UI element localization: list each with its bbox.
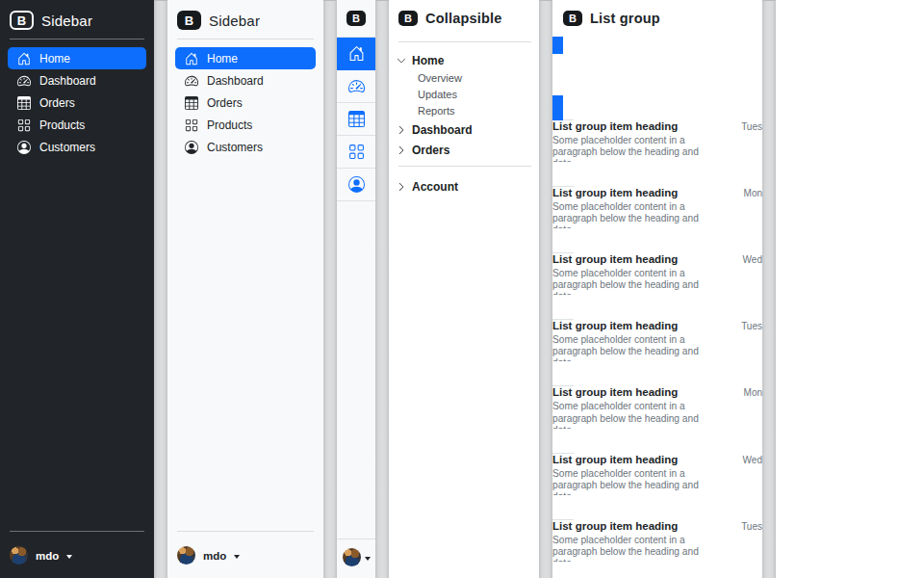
sidebar-light-fill — [175, 158, 316, 531]
user-dropdown-dark[interactable]: mdo — [8, 539, 146, 570]
sidebar-item-dashboard[interactable]: Dashboard — [8, 69, 146, 92]
avatar — [177, 546, 195, 565]
example-divider — [154, 0, 167, 578]
list-item-text: Some placeholder content in a paragraph … — [552, 201, 718, 236]
sidebar-item-home[interactable]: Home — [8, 47, 146, 69]
list-item-header-row: List group item headingMon — [552, 386, 762, 398]
sidebar-dark-brand[interactable]: B Sidebar — [8, 8, 146, 39]
collapsible-section-orders[interactable]: Orders — [397, 140, 533, 160]
collapsible-section-home[interactable]: Home — [397, 50, 533, 70]
table-icon — [185, 96, 198, 110]
grid-icon — [17, 118, 31, 132]
list-item-date: Wed — [743, 254, 762, 265]
list-group-item[interactable]: List group item headingMonSome placehold… — [552, 162, 762, 253]
table-icon — [17, 96, 31, 110]
collapsible-section-dashboard[interactable]: Dashboard — [397, 119, 533, 140]
sidebar-icons: B — [337, 0, 375, 578]
sidebar-item-orders[interactable]: Orders — [8, 92, 146, 114]
example-divider — [375, 0, 389, 578]
list-group-item[interactable]: List group item headingTuesSome placehol… — [552, 95, 762, 187]
collapsible-title: Collapsible — [425, 11, 502, 26]
sidebar-collapsible-brand[interactable]: B Collapsible — [397, 8, 533, 35]
table-icon — [348, 111, 365, 127]
sidebar-item-customers[interactable]: Customers — [8, 136, 146, 158]
speedometer-icon — [185, 74, 198, 88]
list-group-brand[interactable]: B List group — [552, 0, 762, 37]
collapsible-section-label: Orders — [412, 144, 449, 157]
collapsible-section-label: Account — [412, 180, 458, 194]
sidebar-item-label: Products — [39, 118, 85, 132]
icon-sidebar-item-table[interactable] — [337, 103, 375, 136]
chevron-right-icon — [397, 125, 406, 135]
empty-area — [776, 0, 924, 578]
list-item-date: Tues — [741, 121, 762, 132]
icon-sidebar-item-house-door[interactable] — [337, 38, 375, 70]
person-circle-icon — [348, 176, 365, 193]
divider-line — [10, 531, 144, 532]
speedometer-icon — [348, 78, 365, 94]
sidebar-icons-nav — [337, 37, 375, 201]
list-item-text: Some placeholder content in a paragraph … — [552, 135, 718, 170]
avatar — [343, 548, 361, 566]
list-item-heading: List group item heading — [552, 320, 678, 331]
list-group-item[interactable]: List group item headingWedSome placehold… — [552, 37, 762, 120]
bootstrap-logo-icon: B — [563, 11, 582, 26]
icon-sidebar-item-grid[interactable] — [337, 136, 375, 169]
caret-down-icon — [365, 557, 371, 561]
caret-down-icon — [66, 555, 72, 559]
speedometer-icon — [17, 74, 31, 88]
list-group-item[interactable]: List group item headingMonSome placehold… — [552, 361, 762, 453]
collapsible-subitem-updates[interactable]: Updates — [418, 87, 533, 103]
chevron-right-icon — [397, 182, 406, 192]
list-item-heading: List group item heading — [552, 454, 678, 465]
list-item-text: Some placeholder content in a paragraph … — [552, 401, 718, 435]
sidebar-item-products[interactable]: Products — [8, 114, 146, 136]
list-item-heading: List group item heading — [552, 120, 678, 132]
collapsible-section-account[interactable]: Account — [397, 176, 533, 197]
list-group-item[interactable]: List group item headingTuesSome placehol… — [552, 295, 762, 386]
list-item-header-row: List group item headingTues — [552, 320, 762, 331]
sidebar-item-dashboard[interactable]: Dashboard — [175, 69, 316, 92]
user-dropdown-icons[interactable] — [337, 539, 375, 578]
sidebar-light-brand[interactable]: B Sidebar — [175, 8, 316, 39]
sidebar-item-label: Dashboard — [207, 74, 264, 88]
collapsible-tree: HomeOverviewUpdatesReportsDashboardOrder… — [397, 50, 533, 160]
grid-icon — [348, 144, 365, 160]
list-item-text: Some placeholder content in a paragraph … — [552, 68, 718, 103]
list-item-header-row: List group item headingTues — [552, 520, 762, 532]
list-item-heading: List group item heading — [552, 253, 678, 265]
list-group-panel: B List group List group item headingWedS… — [552, 0, 762, 578]
list-item-heading: List group item heading — [552, 520, 678, 532]
list-group-item[interactable]: List group item headingTuesSome placehol… — [552, 495, 762, 578]
list-item-text: Some placeholder content in a paragraph … — [552, 334, 718, 369]
sidebar-icons-brand[interactable]: B — [337, 0, 375, 37]
sidebar-dark: B Sidebar HomeDashboardOrdersProductsCus… — [0, 0, 154, 578]
sidebar-item-customers[interactable]: Customers — [175, 136, 316, 158]
list-item-text: Some placeholder content in a paragraph … — [552, 468, 718, 503]
list-item-header-row: List group item headingTues — [552, 120, 762, 132]
collapsible-subitem-overview[interactable]: Overview — [418, 70, 533, 87]
collapsible-section-label: Dashboard — [412, 123, 473, 137]
user-name: mdo — [203, 550, 226, 562]
icon-sidebar-item-person-circle[interactable] — [337, 169, 375, 201]
icon-sidebar-item-speedometer[interactable] — [337, 70, 375, 103]
divider-line — [177, 39, 314, 39]
user-name: mdo — [36, 550, 59, 562]
sidebar-item-label: Dashboard — [39, 74, 96, 88]
sidebar-item-products[interactable]: Products — [175, 114, 316, 136]
divider-line — [398, 166, 531, 167]
sidebar-item-home[interactable]: Home — [175, 47, 316, 69]
list-item-header-row: List group item headingWed — [552, 253, 762, 265]
list-group-item[interactable]: List group item headingWedSome placehold… — [552, 429, 762, 520]
sidebar-item-label: Home — [39, 52, 70, 66]
collapsible-subitem-reports[interactable]: Reports — [418, 103, 533, 119]
list-group: List group item headingWedSome placehold… — [552, 37, 762, 578]
list-group-item[interactable]: List group item headingWedSome placehold… — [552, 228, 762, 320]
sidebar-collapsible: B Collapsible HomeOverviewUpdatesReports… — [389, 0, 539, 578]
divider-line — [10, 39, 144, 39]
caret-down-icon — [234, 555, 240, 559]
sidebar-item-orders[interactable]: Orders — [175, 92, 316, 114]
list-item-heading: List group item heading — [552, 54, 678, 66]
grid-icon — [185, 118, 198, 132]
user-dropdown-light[interactable]: mdo — [175, 539, 316, 570]
